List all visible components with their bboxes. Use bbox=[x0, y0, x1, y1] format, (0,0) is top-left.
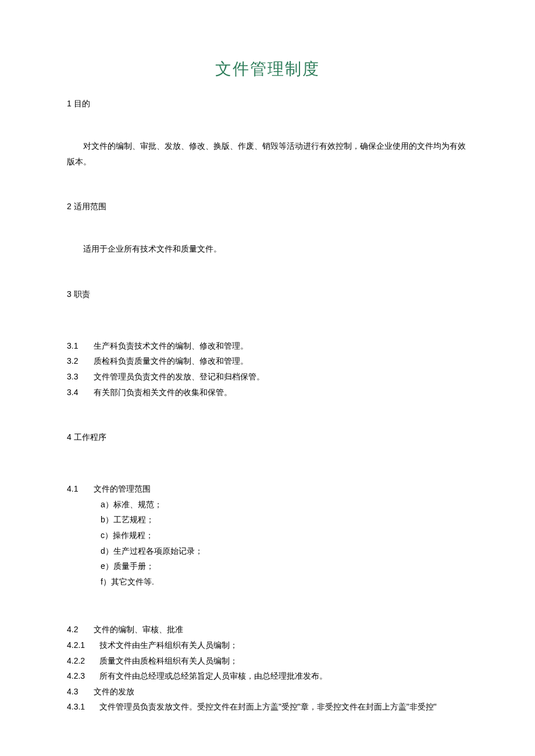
item-text: 质量文件由质检科组织有关人员编制； bbox=[99, 656, 238, 665]
item-number: 3.4 bbox=[67, 385, 91, 400]
spacer bbox=[67, 115, 468, 138]
spacer bbox=[67, 169, 468, 202]
item-number: 4.3 bbox=[67, 684, 91, 700]
spacer bbox=[67, 400, 468, 432]
section-1-body: 对文件的编制、审批、发放、修改、换版、作废、销毁等活动进行有效控制，确保企业使用… bbox=[67, 138, 468, 169]
item-4-1-e: e）质量手册； bbox=[67, 558, 468, 574]
spacer bbox=[67, 449, 468, 481]
item-number: 4.2.3 bbox=[67, 668, 97, 684]
section-2-heading: 2 适用范围 bbox=[67, 202, 468, 212]
item-text: 生产科负责技术文件的编制、修改和管理。 bbox=[94, 341, 248, 350]
item-number: 4.2.2 bbox=[67, 653, 97, 669]
item-3-4: 3.4 有关部门负责相关文件的收集和保管。 bbox=[67, 385, 468, 400]
spacer bbox=[67, 257, 468, 289]
item-4-1-d: d）生产过程各项原始记录； bbox=[67, 543, 468, 559]
item-text: 文件管理员负责文件的发放、登记和归档保管。 bbox=[94, 372, 265, 381]
item-3-2: 3.2 质检科负责质量文件的编制、修改和管理。 bbox=[67, 353, 468, 369]
item-4-1-b: b）工艺规程； bbox=[67, 512, 468, 528]
item-text: 质检科负责质量文件的编制、修改和管理。 bbox=[94, 356, 248, 366]
document-title: 文件管理制度 bbox=[67, 58, 468, 80]
spacer bbox=[67, 218, 468, 241]
item-number: 4.3.1 bbox=[67, 699, 97, 715]
item-text: 文件管理员负责发放文件。受控文件在封面上方盖"受控"章，非受控文件在封面上方盖"… bbox=[99, 702, 437, 711]
item-text: 有关部门负责相关文件的收集和保管。 bbox=[94, 388, 232, 397]
item-text: 文件的发放 bbox=[94, 687, 134, 696]
item-3-3: 3.3 文件管理员负责文件的发放、登记和归档保管。 bbox=[67, 369, 468, 385]
item-4-1-c: c）操作规程； bbox=[67, 528, 468, 543]
item-number: 4.1 bbox=[67, 481, 91, 497]
spacer bbox=[67, 306, 468, 338]
item-number: 3.1 bbox=[67, 338, 91, 354]
item-4-2: 4.2 文件的编制、审核、批准 bbox=[67, 622, 468, 637]
section-3-heading: 3 职责 bbox=[67, 289, 468, 300]
item-4-3: 4.3 文件的发放 bbox=[67, 684, 468, 700]
item-text: 技术文件由生产科组织有关人员编制； bbox=[99, 640, 238, 650]
item-4-2-3: 4.2.3 所有文件由总经理或总经第旨定人员审核，由总经理批准发布。 bbox=[67, 668, 468, 684]
spacer bbox=[67, 589, 468, 622]
item-number: 4.2.1 bbox=[67, 637, 97, 653]
item-4-1-a: a）标准、规范； bbox=[67, 497, 468, 513]
item-4-1-f: f）其它文件等. bbox=[67, 574, 468, 590]
item-3-1: 3.1 生产科负责技术文件的编制、修改和管理。 bbox=[67, 338, 468, 354]
section-1-heading: 1 目的 bbox=[67, 99, 468, 109]
item-text: 文件的编制、审核、批准 bbox=[94, 625, 183, 634]
item-4-3-1: 4.3.1 文件管理员负责发放文件。受控文件在封面上方盖"受控"章，非受控文件在… bbox=[67, 699, 468, 715]
section-2-body: 适用于企业所有技术文件和质量文件。 bbox=[67, 241, 468, 257]
item-number: 4.2 bbox=[67, 622, 91, 637]
item-4-1: 4.1 文件的管理范围 bbox=[67, 481, 468, 497]
item-4-2-2: 4.2.2 质量文件由质检科组织有关人员编制； bbox=[67, 653, 468, 669]
item-4-2-1: 4.2.1 技术文件由生产科组织有关人员编制； bbox=[67, 637, 468, 653]
item-number: 3.2 bbox=[67, 353, 91, 369]
item-text: 文件的管理范围 bbox=[94, 484, 151, 493]
item-number: 3.3 bbox=[67, 369, 91, 385]
section-4-heading: 4 工作程序 bbox=[67, 432, 468, 443]
item-text: 所有文件由总经理或总经第旨定人员审核，由总经理批准发布。 bbox=[99, 671, 327, 680]
